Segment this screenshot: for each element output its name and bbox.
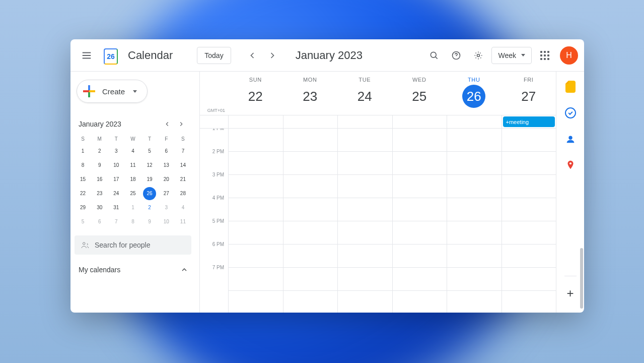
mini-calendar-day[interactable]: 31 bbox=[110, 201, 123, 214]
event-chip[interactable]: +meeting bbox=[503, 116, 555, 127]
mini-calendar-day[interactable]: 23 bbox=[93, 187, 106, 200]
day-column-header[interactable]: MON23 bbox=[283, 72, 338, 115]
mini-calendar-day[interactable]: 28 bbox=[176, 187, 189, 200]
mini-calendar-day[interactable]: 24 bbox=[110, 187, 123, 200]
chevron-right-icon bbox=[267, 50, 277, 60]
mini-calendar-day[interactable]: 29 bbox=[77, 201, 90, 214]
mini-calendar-day[interactable]: 4 bbox=[176, 201, 189, 214]
mini-calendar-day[interactable]: 20 bbox=[160, 173, 173, 186]
today-button[interactable]: Today bbox=[197, 47, 231, 64]
view-label: Week bbox=[498, 51, 516, 59]
hour-label: 3 PM bbox=[200, 172, 228, 195]
allday-cell[interactable] bbox=[447, 115, 502, 128]
mini-calendar-day[interactable]: 17 bbox=[110, 173, 123, 186]
time-grid-column[interactable] bbox=[502, 129, 556, 313]
allday-cell[interactable]: +meeting bbox=[502, 115, 556, 128]
mini-calendar-day[interactable]: 19 bbox=[143, 173, 156, 186]
scrollbar-thumb[interactable] bbox=[580, 248, 583, 309]
day-column-header[interactable]: TUE24 bbox=[337, 72, 392, 115]
mini-calendar-day[interactable]: 10 bbox=[110, 159, 123, 172]
mini-dow-label: T bbox=[141, 134, 158, 144]
create-button[interactable]: Create bbox=[77, 80, 148, 103]
mini-calendar-day[interactable]: 7 bbox=[110, 215, 123, 228]
hamburger-icon bbox=[81, 50, 92, 61]
calendar-logo: 26 bbox=[101, 45, 121, 66]
maps-app-button[interactable] bbox=[564, 159, 577, 171]
timezone-label: GMT+01 bbox=[200, 72, 228, 115]
allday-cell[interactable] bbox=[337, 115, 392, 128]
hour-label: 7 PM bbox=[200, 265, 228, 288]
contacts-app-button[interactable] bbox=[564, 133, 577, 145]
date-range-heading: January 2023 bbox=[296, 49, 363, 62]
mini-calendar-day[interactable]: 6 bbox=[93, 215, 106, 228]
settings-button[interactable] bbox=[469, 46, 487, 65]
mini-calendar-day[interactable]: 15 bbox=[77, 173, 90, 186]
mini-calendar-day[interactable]: 8 bbox=[77, 159, 90, 172]
time-grid-column[interactable] bbox=[283, 129, 338, 313]
next-period-button[interactable] bbox=[263, 46, 281, 65]
mini-calendar-day[interactable]: 5 bbox=[143, 145, 156, 158]
mini-calendar-day[interactable]: 6 bbox=[160, 145, 173, 158]
mini-calendar-day[interactable]: 9 bbox=[143, 215, 156, 228]
mini-calendar-day[interactable]: 22 bbox=[77, 187, 90, 200]
mini-calendar-day[interactable]: 2 bbox=[93, 145, 106, 158]
help-button[interactable] bbox=[447, 46, 465, 65]
chevron-left-icon bbox=[164, 120, 171, 128]
keep-app-button[interactable] bbox=[564, 81, 577, 93]
mini-calendar-day[interactable]: 16 bbox=[93, 173, 106, 186]
main-menu-button[interactable] bbox=[77, 45, 97, 66]
mini-calendar-day[interactable]: 1 bbox=[77, 145, 90, 158]
tasks-app-button[interactable] bbox=[564, 107, 577, 119]
google-apps-button[interactable] bbox=[536, 46, 554, 65]
mini-calendar-day[interactable]: 7 bbox=[176, 145, 189, 158]
mini-calendar-day[interactable]: 8 bbox=[126, 215, 139, 228]
search-button[interactable] bbox=[425, 46, 443, 65]
day-number: 24 bbox=[353, 85, 376, 108]
allday-cell[interactable] bbox=[283, 115, 338, 128]
prev-period-button[interactable] bbox=[243, 46, 261, 65]
day-column-header[interactable]: SUN22 bbox=[228, 72, 283, 115]
mini-calendar-day[interactable]: 5 bbox=[77, 215, 90, 228]
mini-calendar-day[interactable]: 26 bbox=[143, 187, 156, 200]
mini-calendar-day[interactable]: 12 bbox=[143, 159, 156, 172]
day-number: 27 bbox=[517, 85, 540, 108]
mini-calendar-day[interactable]: 30 bbox=[93, 201, 106, 214]
account-avatar[interactable]: H bbox=[560, 46, 578, 65]
allday-cell[interactable] bbox=[228, 115, 283, 128]
mini-calendar-day[interactable]: 10 bbox=[160, 215, 173, 228]
day-of-week-label: WED bbox=[392, 77, 447, 83]
mini-calendar-day[interactable]: 27 bbox=[160, 187, 173, 200]
svg-point-4 bbox=[568, 136, 572, 140]
mini-calendar-day[interactable]: 3 bbox=[110, 145, 123, 158]
mini-calendar-day[interactable]: 14 bbox=[176, 159, 189, 172]
week-view: GMT+01 SUN22MON23TUE24WED25THU26FRI27 +m… bbox=[199, 72, 556, 313]
mini-calendar-day[interactable]: 3 bbox=[160, 201, 173, 214]
mini-calendar-day[interactable]: 4 bbox=[126, 145, 139, 158]
mini-calendar-day[interactable]: 18 bbox=[126, 173, 139, 186]
time-grid-column[interactable] bbox=[228, 129, 283, 313]
create-label: Create bbox=[102, 87, 125, 96]
mini-calendar-day[interactable]: 13 bbox=[160, 159, 173, 172]
time-grid-column[interactable] bbox=[447, 129, 502, 313]
day-column-header[interactable]: THU26 bbox=[447, 72, 502, 115]
search-people-placeholder: Search for people bbox=[95, 241, 151, 249]
mini-calendar-day[interactable]: 9 bbox=[93, 159, 106, 172]
search-people-input[interactable]: Search for people bbox=[75, 235, 191, 255]
mini-calendar-day[interactable]: 11 bbox=[176, 215, 189, 228]
time-grid-column[interactable] bbox=[392, 129, 447, 313]
day-column-header[interactable]: WED25 bbox=[392, 72, 447, 115]
mini-prev-month-button[interactable] bbox=[160, 117, 174, 131]
my-calendars-toggle[interactable]: My calendars bbox=[75, 266, 191, 274]
mini-calendar-day[interactable]: 1 bbox=[126, 201, 139, 214]
view-switcher[interactable]: Week bbox=[491, 47, 532, 64]
add-addon-button[interactable]: + bbox=[561, 284, 580, 302]
mini-calendar-day[interactable]: 21 bbox=[176, 173, 189, 186]
mini-next-month-button[interactable] bbox=[174, 117, 188, 131]
mini-calendar-day[interactable]: 2 bbox=[143, 201, 156, 214]
day-column-header[interactable]: FRI27 bbox=[502, 72, 556, 115]
allday-cell[interactable] bbox=[392, 115, 447, 128]
mini-calendar-day[interactable]: 25 bbox=[126, 187, 139, 200]
logo-day-number: 26 bbox=[104, 48, 118, 65]
mini-calendar-day[interactable]: 11 bbox=[126, 159, 139, 172]
time-grid-column[interactable] bbox=[337, 129, 392, 313]
